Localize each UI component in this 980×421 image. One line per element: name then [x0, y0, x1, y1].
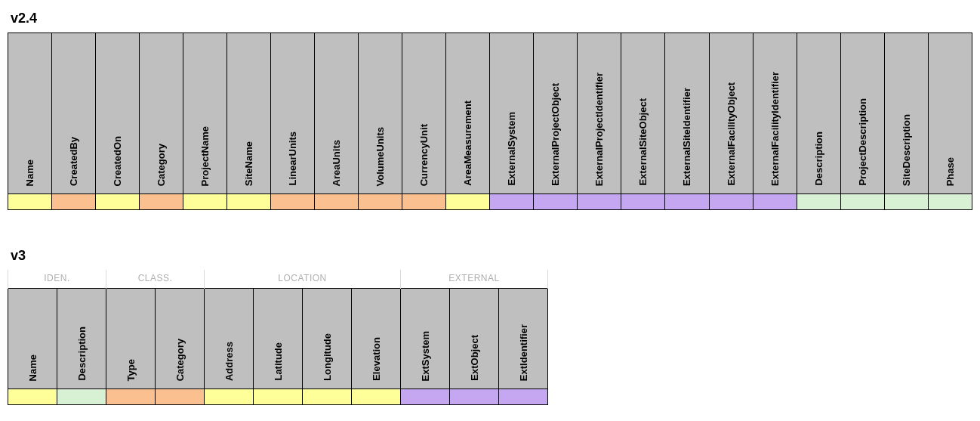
color-cell	[578, 194, 621, 210]
color-cell	[840, 194, 884, 210]
color-cell	[96, 194, 140, 210]
group-header: EXTERNAL	[401, 270, 548, 289]
column-header: ExtSystem	[401, 289, 450, 389]
column-header: Description	[57, 289, 106, 389]
color-cell	[534, 194, 578, 210]
column-header: CreatedBy	[52, 33, 96, 194]
column-header: ExternalSystem	[490, 33, 534, 194]
color-cell	[797, 194, 840, 210]
column-header: ExternalSiteObject	[621, 33, 665, 194]
color-cell	[8, 389, 57, 405]
color-cell	[303, 389, 352, 405]
column-header: VolumeUnits	[359, 33, 402, 194]
color-cell	[753, 194, 797, 210]
color-cell	[928, 194, 972, 210]
column-header: ExtObject	[450, 289, 499, 389]
column-header: CurrencyUnit	[402, 33, 446, 194]
v24-header-row: Name CreatedBy CreatedOn Category Projec…	[8, 33, 972, 194]
column-header: ExternalFacilityIdentifier	[753, 33, 797, 194]
v24-table: Name CreatedBy CreatedOn Category Projec…	[8, 33, 972, 210]
color-cell	[183, 194, 227, 210]
column-header: Longitude	[303, 289, 352, 389]
column-header: AreaUnits	[315, 33, 359, 194]
v24-color-row	[8, 194, 972, 210]
color-cell	[227, 194, 271, 210]
column-header: Description	[797, 33, 840, 194]
v24-title: v2.4	[11, 11, 972, 26]
color-cell	[665, 194, 709, 210]
color-cell	[490, 194, 534, 210]
group-header: CLASS.	[106, 270, 205, 289]
color-cell	[52, 194, 96, 210]
column-header: Category	[140, 33, 183, 194]
column-header: Name	[8, 33, 52, 194]
color-cell	[402, 194, 446, 210]
color-cell	[401, 389, 450, 405]
color-cell	[254, 389, 303, 405]
v24-section: v2.4 Name CreatedBy CreatedOn Category P…	[8, 11, 972, 210]
column-header: Latitude	[254, 289, 303, 389]
column-header: ExternalFacilityObject	[709, 33, 753, 194]
color-cell	[271, 194, 315, 210]
color-cell	[315, 194, 359, 210]
column-header: CreatedOn	[96, 33, 140, 194]
column-header: ExtIdentifier	[499, 289, 548, 389]
group-header: LOCATION	[205, 270, 401, 289]
column-header: Elevation	[352, 289, 401, 389]
column-header: ExternalProjectIdentifier	[578, 33, 621, 194]
column-header: ExternalSiteIdentifier	[665, 33, 709, 194]
color-cell	[499, 389, 548, 405]
color-cell	[450, 389, 499, 405]
color-cell	[621, 194, 665, 210]
v3-title: v3	[11, 248, 972, 264]
v3-header-row: Name Description Type Category Address L…	[8, 289, 548, 389]
column-header: LinearUnits	[271, 33, 315, 194]
column-header: Phase	[928, 33, 972, 194]
color-cell	[205, 389, 254, 405]
column-header: ProjectName	[183, 33, 227, 194]
color-cell	[57, 389, 106, 405]
color-cell	[884, 194, 928, 210]
color-cell	[352, 389, 401, 405]
v3-section: v3 IDEN. CLASS. LOCATION EXTERNAL Name D…	[8, 248, 972, 405]
v3-group-row: IDEN. CLASS. LOCATION EXTERNAL	[8, 270, 548, 289]
column-header: SiteName	[227, 33, 271, 194]
column-header: ExternalProjectObject	[534, 33, 578, 194]
v3-color-row	[8, 389, 548, 405]
color-cell	[8, 194, 52, 210]
v3-table: IDEN. CLASS. LOCATION EXTERNAL Name Desc…	[8, 270, 548, 405]
column-header: Type	[106, 289, 156, 389]
color-cell	[106, 389, 156, 405]
color-cell	[359, 194, 402, 210]
color-cell	[156, 389, 205, 405]
color-cell	[140, 194, 183, 210]
color-cell	[709, 194, 753, 210]
group-header: IDEN.	[8, 270, 106, 289]
column-header: ProjectDescription	[840, 33, 884, 194]
column-header: Address	[205, 289, 254, 389]
column-header: Category	[156, 289, 205, 389]
color-cell	[446, 194, 490, 210]
column-header: SiteDescription	[884, 33, 928, 194]
column-header: Name	[8, 289, 57, 389]
column-header: AreaMeasurement	[446, 33, 490, 194]
